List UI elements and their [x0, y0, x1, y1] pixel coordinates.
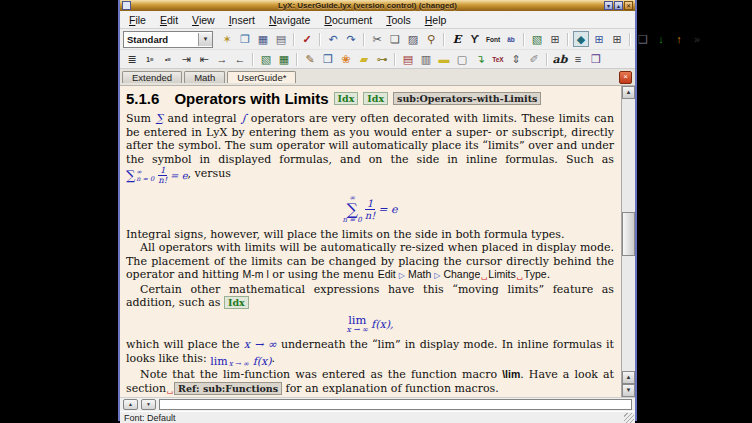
minibuffer: ▲ ▼ [120, 397, 635, 411]
inline-math[interactable]: x → ∞ [244, 338, 277, 351]
insert-figure-icon[interactable]: ▧ [529, 31, 545, 47]
insert-array-icon[interactable]: ⊞ [609, 31, 625, 47]
find-replace-icon[interactable]: ⚲ [423, 31, 439, 47]
note-icon[interactable]: ▬ [436, 51, 452, 67]
new-document-icon[interactable]: ✶ [219, 31, 235, 47]
menu-file[interactable]: File [122, 14, 153, 26]
font-icon[interactable]: Font [485, 31, 501, 47]
menu-navigate[interactable]: Navigate [262, 14, 317, 26]
menu-document[interactable]: Document [317, 14, 379, 26]
open-document-icon[interactable]: ❐ [237, 31, 253, 47]
tex-icon[interactable]: TeX [490, 51, 506, 67]
display-formula[interactable]: ∞∑n = 01n! = e [126, 190, 614, 224]
menu-insert[interactable]: Insert [222, 14, 262, 26]
footnote-icon[interactable]: ▤ [400, 51, 416, 67]
print-document-icon[interactable]: ▤ [273, 31, 289, 47]
insert-formula-icon[interactable]: ⊞ [591, 31, 607, 47]
save-document-icon[interactable]: ▦ [255, 31, 271, 47]
toolbar-overflow-icon[interactable]: » [689, 31, 705, 47]
index-inset[interactable]: Idx [363, 92, 388, 105]
scroll-up-button[interactable]: ▲ [622, 86, 635, 99]
book-icon[interactable]: ❒ [588, 51, 604, 67]
noun-icon[interactable]: ϒ [467, 31, 483, 47]
version-update-icon[interactable]: ↓ [653, 31, 669, 47]
version-commit-icon[interactable]: ↑ [671, 31, 687, 47]
paste-icon[interactable]: ▨ [405, 31, 421, 47]
selection-icon[interactable]: ▢ [454, 51, 470, 67]
text-style-icon[interactable]: ab [552, 51, 568, 67]
sum-formula[interactable]: ∞∑n = 01n! = e [343, 195, 398, 224]
menu-edit[interactable]: Edit [153, 14, 185, 26]
scrollbar-thumb[interactable] [622, 212, 635, 256]
folder-icon[interactable]: ▰ [356, 51, 372, 67]
display-formula[interactable]: limx → ∞f(x), [126, 314, 614, 334]
copy-icon[interactable]: ❏ [387, 31, 403, 47]
stamp-icon[interactable]: ✎ [302, 51, 318, 67]
bullet-list-icon[interactable]: •≡ [160, 51, 176, 67]
decrease-depth-icon[interactable]: ← [232, 51, 248, 67]
tab-extended[interactable]: Extended [122, 71, 182, 83]
increase-depth-icon[interactable]: → [214, 51, 230, 67]
thesaurus-icon[interactable]: ❀ [338, 51, 354, 67]
open-book-icon[interactable]: ❒ [320, 51, 336, 67]
minibuffer-down-button[interactable]: ▼ [141, 399, 156, 410]
scroll-up-button-bottom[interactable]: ▲ [622, 371, 635, 384]
text-run: and integral [163, 112, 241, 125]
minimize-button[interactable]: ▾ [604, 1, 613, 10]
paragraph-settings-icon[interactable]: ≡ [570, 51, 586, 67]
tab-userguide[interactable]: UserGuide* [227, 71, 296, 83]
sum-operator: ∑ [346, 202, 357, 217]
scroll-down-button[interactable]: ▼ [622, 384, 635, 397]
maximize-button[interactable]: ▴ [614, 1, 623, 10]
outdent-icon[interactable]: ⇤ [196, 51, 212, 67]
key-icon[interactable]: ⊶ [374, 51, 390, 67]
paragraph-style-combo[interactable]: Standard▾ [123, 31, 213, 48]
inline-sum-formula[interactable]: ∑∞n = 01n! = e [126, 166, 188, 185]
minibuffer-up-button[interactable]: ▲ [123, 399, 138, 410]
sum-lower-limit: n = 0 [343, 217, 362, 224]
close-view-button[interactable]: × [619, 71, 632, 84]
language-icon[interactable]: äb [503, 31, 519, 47]
justify-icon[interactable]: ≣ [124, 51, 140, 67]
insert-graphics-icon[interactable]: ▧ [258, 51, 274, 67]
insert-table-grid-icon[interactable]: ▦ [276, 51, 292, 67]
update-document-icon[interactable]: ❑ [635, 31, 651, 47]
inline-lim-formula[interactable]: limx → ∞f(x) [210, 355, 271, 368]
spellcheck-icon[interactable]: ✓ [299, 31, 315, 47]
chevron-down-icon[interactable]: ▾ [198, 33, 212, 46]
tab-math[interactable]: Math [184, 71, 225, 83]
vertical-scrollbar[interactable]: ▲ ▲ ▼ [621, 86, 635, 397]
insert-table-icon[interactable]: ⊞ [547, 31, 563, 47]
index-inset[interactable]: Idx [224, 296, 249, 309]
undo-icon[interactable]: ↶ [325, 31, 341, 47]
indent-icon[interactable]: ⇥ [178, 51, 194, 67]
emphasis-icon[interactable]: E [449, 31, 465, 47]
index-inset[interactable]: Idx [334, 92, 359, 105]
menu-view[interactable]: View [185, 14, 222, 26]
pencil-icon[interactable]: ✐ [526, 51, 542, 67]
marginnote-icon[interactable]: ▥ [418, 51, 434, 67]
redo-icon[interactable]: ↷ [343, 31, 359, 47]
lim-formula[interactable]: limx → ∞f(x), [347, 315, 394, 334]
toolbar-separator [546, 53, 548, 66]
command-input[interactable] [159, 399, 632, 410]
cut-icon[interactable]: ✂ [369, 31, 385, 47]
sum-operator: ∑ [126, 169, 135, 182]
toolbar-separator [296, 53, 298, 66]
window-buttons: ▾▴✕ [604, 1, 633, 10]
document-area[interactable]: 5.1.6Operators with LimitsIdxIdxsub:Oper… [120, 86, 621, 397]
numbered-list-icon[interactable]: 1≡ [142, 51, 158, 67]
sum-lower-limit: n = 0 [136, 176, 154, 183]
close-button[interactable]: ✕ [624, 1, 633, 10]
math-panel-icon[interactable]: ◆ [573, 31, 589, 47]
menu-help[interactable]: Help [418, 14, 454, 26]
macro-run: \lim [502, 368, 520, 380]
reference-inset[interactable]: Ref: sub:Functions [174, 382, 282, 395]
menu-tools[interactable]: Tools [379, 14, 418, 26]
resize-grip[interactable] [624, 413, 634, 423]
protected-space-mark: ␣ [517, 271, 523, 280]
vspace-icon[interactable]: ⇕ [508, 51, 524, 67]
label-inset[interactable]: sub:Operators-with-Limits [393, 92, 541, 105]
include-icon[interactable]: ↴ [472, 51, 488, 67]
titlebar[interactable]: LyX: UserGuide.lyx (version control) (ch… [120, 0, 635, 11]
